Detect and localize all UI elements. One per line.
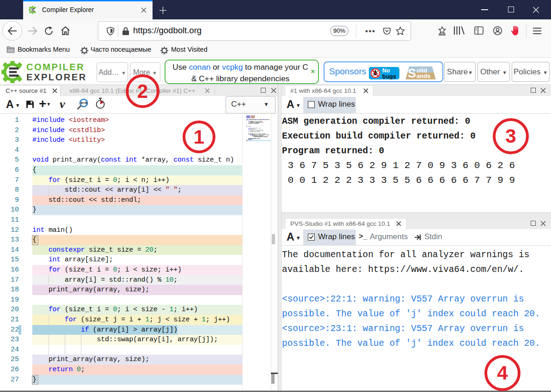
svg-text:S: S — [408, 66, 416, 79]
svg-text:No: No — [382, 67, 390, 74]
svg-text:bugs: bugs — [382, 73, 396, 79]
svg-text:ands: ands — [416, 72, 430, 79]
